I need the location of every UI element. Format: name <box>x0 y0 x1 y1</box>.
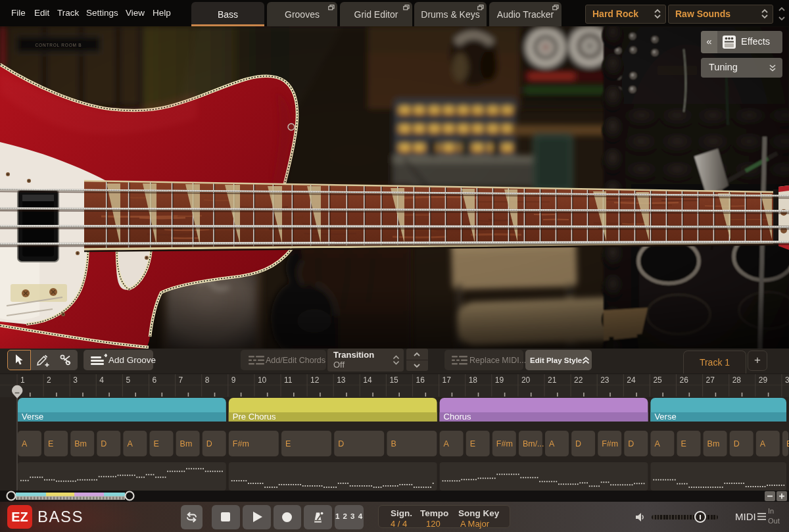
svg-text:8: 8 <box>205 375 210 385</box>
svg-text:21: 21 <box>548 375 557 385</box>
svg-text:25: 25 <box>653 375 662 385</box>
svg-text:F#m: F#m <box>602 439 618 448</box>
svg-text:6: 6 <box>153 375 157 385</box>
svg-text:D: D <box>206 439 212 448</box>
svg-text:7: 7 <box>179 375 183 385</box>
svg-text:20: 20 <box>521 375 531 385</box>
svg-text:28: 28 <box>732 375 742 385</box>
svg-text:B: B <box>391 439 396 448</box>
svg-text:E: E <box>470 439 475 448</box>
svg-text:27: 27 <box>706 375 715 385</box>
svg-text:19: 19 <box>495 375 504 385</box>
svg-text:A: A <box>760 439 766 448</box>
svg-text:A: A <box>549 439 555 448</box>
svg-text:E: E <box>786 439 789 448</box>
svg-text:F#m: F#m <box>233 439 249 448</box>
svg-text:26: 26 <box>680 375 689 385</box>
svg-text:15: 15 <box>389 375 398 385</box>
svg-text:Bm: Bm <box>74 439 87 448</box>
svg-text:11: 11 <box>284 375 293 385</box>
svg-text:A: A <box>444 439 450 448</box>
svg-text:2: 2 <box>47 375 51 385</box>
svg-text:E: E <box>285 439 291 448</box>
svg-text:10: 10 <box>258 375 267 385</box>
svg-text:D: D <box>101 439 107 448</box>
svg-text:Verse: Verse <box>22 412 43 422</box>
svg-text:14: 14 <box>363 375 372 385</box>
svg-text:Bm: Bm <box>180 439 193 448</box>
svg-text:29: 29 <box>759 375 768 385</box>
svg-text:D: D <box>338 439 344 448</box>
svg-text:E: E <box>681 439 686 448</box>
svg-text:1: 1 <box>20 375 25 385</box>
svg-text:A: A <box>22 439 28 448</box>
svg-text:Bm: Bm <box>707 439 720 448</box>
svg-text:23: 23 <box>600 375 610 385</box>
svg-text:Pre Chorus: Pre Chorus <box>233 412 276 422</box>
svg-text:9: 9 <box>231 375 236 385</box>
svg-text:24: 24 <box>627 375 636 385</box>
svg-text:12: 12 <box>310 375 320 385</box>
svg-text:A: A <box>654 439 660 448</box>
svg-text:A: A <box>127 439 133 448</box>
svg-text:E: E <box>48 439 53 448</box>
svg-text:18: 18 <box>469 375 478 385</box>
svg-text:22: 22 <box>574 375 583 385</box>
svg-text:E: E <box>154 439 159 448</box>
svg-text:Chorus: Chorus <box>444 412 471 422</box>
svg-text:Verse: Verse <box>654 412 676 422</box>
svg-text:5: 5 <box>126 375 130 385</box>
svg-text:30: 30 <box>785 375 789 385</box>
svg-text:D: D <box>734 439 740 448</box>
svg-text:D: D <box>628 439 634 448</box>
svg-text:17: 17 <box>442 375 452 385</box>
svg-text:13: 13 <box>337 375 346 385</box>
svg-text:Bm/...: Bm/... <box>523 439 544 448</box>
svg-text:3: 3 <box>73 375 78 385</box>
svg-text:4: 4 <box>99 375 104 385</box>
svg-text:D: D <box>575 439 581 448</box>
svg-text:16: 16 <box>416 375 425 385</box>
svg-text:F#m: F#m <box>496 439 513 448</box>
